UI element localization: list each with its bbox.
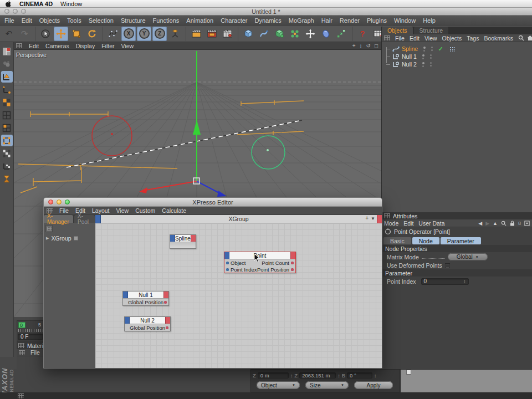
polygon-tool-button[interactable]	[1, 160, 13, 172]
rotate-tool-button[interactable]	[85, 27, 99, 41]
object-name[interactable]: Null 1	[402, 53, 417, 60]
om-menu-objects[interactable]: Objects	[442, 35, 462, 42]
attr-menu-userdata[interactable]: User Data	[418, 220, 444, 227]
coordinate-system-button[interactable]	[168, 27, 182, 41]
menu-file[interactable]: File	[4, 17, 14, 24]
menu-tools[interactable]: Tools	[67, 17, 81, 24]
use-deformed-checkbox[interactable]	[445, 263, 450, 268]
xp-menu-custom[interactable]: Custom	[135, 207, 155, 214]
menu-functions[interactable]: Functions	[153, 17, 180, 24]
history-back-icon[interactable]: ◀	[478, 221, 482, 226]
menu-dynamics[interactable]: Dynamics	[255, 17, 282, 24]
null-1-circle[interactable]	[92, 116, 132, 156]
object-mode-dropdown[interactable]: Object▼	[257, 381, 300, 389]
maximize-view-icon[interactable]: □	[375, 43, 378, 49]
object-row-null1[interactable]: Null 1	[382, 53, 532, 60]
object-row-null2[interactable]: Null 2	[382, 60, 532, 68]
texture-tool-button[interactable]	[1, 96, 13, 108]
object-name[interactable]: Spline	[402, 45, 418, 52]
om-menu-file[interactable]: File	[395, 35, 405, 42]
object-row-spline[interactable]: Spline ✓	[382, 45, 532, 53]
input-port-dot[interactable]	[226, 262, 229, 264]
menu-plugins[interactable]: Plugins	[367, 17, 387, 24]
edge-tool-button[interactable]	[1, 147, 13, 159]
menu-selection[interactable]: Selection	[89, 17, 114, 24]
current-frame-field[interactable]: 0 F	[18, 334, 43, 340]
menu-help[interactable]: Help	[423, 17, 436, 24]
panel-grip-icon[interactable]	[384, 35, 390, 40]
menu-objects[interactable]: Objects	[39, 17, 60, 24]
app-name[interactable]: CINEMA 4D	[19, 1, 53, 7]
mat-menu-file[interactable]: File	[30, 349, 40, 356]
canvas-pan-icon[interactable]: +	[365, 215, 369, 221]
attr-menu-mode[interactable]: Mode	[384, 220, 398, 227]
render-toggles[interactable]	[431, 47, 433, 51]
texture-axis-tool-button[interactable]	[1, 109, 13, 121]
menu-edit[interactable]: Edit	[22, 17, 32, 24]
xgroup-header[interactable]: XGroup + ▼	[95, 215, 382, 223]
node-input-corner[interactable]	[224, 252, 229, 259]
node-input-corner[interactable]	[170, 235, 175, 242]
render-region-button[interactable]	[204, 27, 219, 41]
z-axis-lock-button[interactable]: Z	[152, 27, 167, 41]
search-icon[interactable]	[501, 221, 507, 226]
scale-tool-button[interactable]	[69, 27, 84, 41]
live-selection-button[interactable]	[38, 27, 53, 41]
menu-render[interactable]: Render	[340, 17, 360, 24]
menu-animation[interactable]: Animation	[186, 17, 213, 24]
size-mode-dropdown[interactable]: Size▼	[305, 381, 349, 389]
snap-settings-button[interactable]	[1, 173, 13, 185]
xpresso-tag-icon[interactable]	[448, 45, 455, 52]
disabled-tool-button[interactable]	[1, 58, 13, 70]
section-parameter[interactable]: Parameter	[382, 269, 532, 277]
search-icon[interactable]	[518, 35, 524, 41]
tab-basic[interactable]: Basic	[383, 237, 411, 244]
output-port-dot[interactable]	[291, 262, 294, 264]
axis-gizmo[interactable]	[139, 51, 227, 197]
vp-menu-cameras[interactable]: Cameras	[45, 43, 69, 49]
add-array-button[interactable]	[288, 27, 302, 41]
null-2-circle[interactable]	[252, 136, 285, 169]
redo-button[interactable]: ↷	[17, 27, 32, 41]
vp-menu-view[interactable]: View	[121, 43, 134, 49]
node-graph-canvas[interactable]: Spline Point Object Point Count Point In…	[95, 223, 382, 368]
environment-button[interactable]	[319, 27, 333, 41]
tab-objects[interactable]: Objects	[382, 27, 413, 34]
render-settings-button[interactable]	[220, 27, 234, 41]
stepper-icon[interactable]: ↕	[374, 373, 377, 378]
new-panel-icon[interactable]	[524, 221, 530, 226]
timeline-marker[interactable]: 0	[18, 322, 25, 328]
xp-menu-view[interactable]: View	[116, 207, 129, 214]
layout-button[interactable]	[1, 45, 13, 57]
disclosure-icon[interactable]: ▶	[46, 236, 49, 241]
point-tool-button[interactable]	[1, 135, 13, 146]
coord-z-position-field[interactable]: 0 m	[258, 372, 289, 378]
y-axis-lock-button[interactable]: Y	[137, 27, 151, 41]
node-input-corner[interactable]	[125, 317, 130, 324]
parent-up-icon[interactable]: ▲	[493, 221, 498, 226]
tab-parameter[interactable]: Parameter	[441, 237, 481, 244]
apply-button[interactable]: Apply	[354, 381, 393, 389]
node-output-corner[interactable]	[290, 252, 295, 259]
xp-menu-calculate[interactable]: Calculate	[162, 207, 186, 214]
tab-x-pool[interactable]: X-Pool	[74, 215, 95, 223]
history-forward-icon[interactable]: ▶	[485, 221, 489, 226]
macos-menu-window[interactable]: Window	[60, 1, 82, 7]
xpresso-titlebar[interactable]: XPresso Editor	[44, 198, 382, 207]
node-input-corner[interactable]	[123, 291, 128, 298]
node-output-corner[interactable]	[165, 317, 170, 324]
tab-x-manager[interactable]: X-Manager	[44, 215, 73, 223]
selected-spline[interactable]	[66, 120, 302, 167]
input-port-dot[interactable]	[226, 268, 229, 271]
panel-grip-icon[interactable]	[19, 350, 25, 355]
pan-view-icon[interactable]: +	[352, 43, 356, 49]
render-toggles[interactable]	[430, 62, 432, 66]
particles-button[interactable]	[303, 27, 318, 41]
enable-check-icon[interactable]: ✓	[437, 45, 444, 52]
vp-menu-edit[interactable]: Edit	[29, 43, 39, 49]
panel-grip-icon[interactable]	[18, 343, 24, 348]
add-primitive-button[interactable]	[241, 27, 255, 41]
vp-menu-display[interactable]: Display	[76, 43, 95, 49]
om-menu-bookmarks[interactable]: Bookmarks	[484, 35, 513, 42]
zoom-view-icon[interactable]: ↕	[360, 43, 362, 49]
